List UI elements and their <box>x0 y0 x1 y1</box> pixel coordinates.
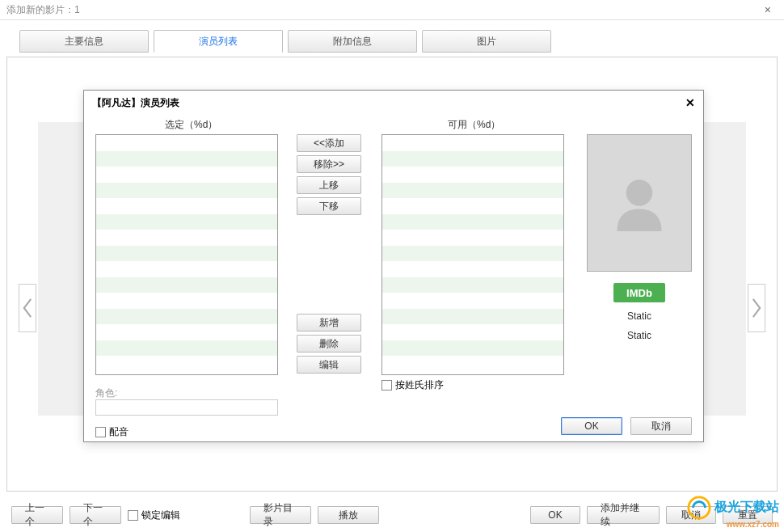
static-text-2: Static <box>627 330 651 341</box>
dialog-close-button[interactable]: ✕ <box>685 96 695 109</box>
new-actor-button[interactable]: 新增 <box>297 314 361 331</box>
bottom-toolbar: 上一个 下一个 锁定编辑 影片目录 播放 OK 添加并继续 取消 重置 <box>11 506 773 524</box>
dialog-body: 选定（%d） <<添加 移除>> 上移 下移 新增 删除 编辑 可用（%d） 角… <box>84 115 703 441</box>
cancel-button[interactable]: 取消 <box>666 506 716 524</box>
tab-main-info[interactable]: 主要信息 <box>19 30 149 53</box>
add-to-selected-button[interactable]: <<添加 <box>297 134 361 152</box>
dialog-title: 【阿凡达】演员列表 <box>92 96 179 110</box>
nav-next-button[interactable] <box>748 284 765 332</box>
ok-button[interactable]: OK <box>530 506 580 524</box>
cast-dialog: 【阿凡达】演员列表 ✕ 选定（%d） <<添加 移除>> 上移 下移 新增 删除… <box>83 90 704 442</box>
dubbing-label: 配音 <box>109 425 129 439</box>
actor-preview-panel: IMDb Static Static <box>587 134 692 341</box>
checkbox-box-icon <box>95 427 106 437</box>
available-column-header: 可用（%d） <box>448 118 500 132</box>
crud-buttons: 新增 删除 编辑 <box>297 314 369 374</box>
delete-actor-button[interactable]: 删除 <box>297 335 361 353</box>
selected-listbox[interactable] <box>95 134 278 375</box>
svg-point-0 <box>626 179 653 206</box>
actor-photo-placeholder <box>587 134 692 272</box>
lock-edit-checkbox[interactable]: 锁定编辑 <box>128 509 180 522</box>
prev-button[interactable]: 上一个 <box>11 506 63 524</box>
reset-button[interactable]: 重置 <box>723 506 773 524</box>
move-down-button[interactable]: 下移 <box>297 197 361 215</box>
dialog-ok-button[interactable]: OK <box>561 417 622 435</box>
checkbox-box-icon <box>128 510 138 521</box>
dialog-cancel-button[interactable]: 取消 <box>630 417 692 435</box>
available-listbox[interactable] <box>381 134 564 375</box>
lock-edit-label: 锁定编辑 <box>141 509 180 522</box>
add-continue-button[interactable]: 添加并继续 <box>587 506 660 524</box>
dialog-footer: OK 取消 <box>561 417 692 435</box>
transfer-buttons: <<添加 移除>> 上移 下移 <box>297 134 369 215</box>
catalog-button[interactable]: 影片目录 <box>250 506 311 524</box>
move-up-button[interactable]: 上移 <box>297 176 361 194</box>
sort-by-surname-checkbox[interactable]: 按姓氏排序 <box>381 378 444 392</box>
dubbing-checkbox[interactable]: 配音 <box>95 425 129 439</box>
static-text-1: Static <box>627 310 651 322</box>
sort-label: 按姓氏排序 <box>395 378 444 392</box>
tab-images[interactable]: 图片 <box>422 30 551 53</box>
tab-cast-list[interactable]: 演员列表 <box>154 30 283 53</box>
window-title-bar: 添加新的影片：1 × <box>0 0 784 20</box>
person-silhouette-icon <box>607 171 672 235</box>
window-title: 添加新的影片：1 <box>6 3 80 17</box>
play-button[interactable]: 播放 <box>318 506 379 524</box>
checkbox-box-icon <box>381 380 392 391</box>
tab-bar: 主要信息 演员列表 附加信息 图片 <box>0 20 784 53</box>
window-close-button[interactable]: × <box>758 3 778 16</box>
nav-prev-button[interactable] <box>19 284 36 332</box>
remove-from-selected-button[interactable]: 移除>> <box>297 155 361 173</box>
selected-column-header: 选定（%d） <box>165 118 217 132</box>
role-input[interactable] <box>95 399 278 416</box>
imdb-button[interactable]: IMDb <box>613 283 665 302</box>
next-button[interactable]: 下一个 <box>70 506 121 524</box>
tab-additional-info[interactable]: 附加信息 <box>288 30 417 53</box>
role-label: 角色: <box>95 386 117 400</box>
dialog-title-bar: 【阿凡达】演员列表 ✕ <box>84 91 703 115</box>
edit-actor-button[interactable]: 编辑 <box>297 356 361 374</box>
